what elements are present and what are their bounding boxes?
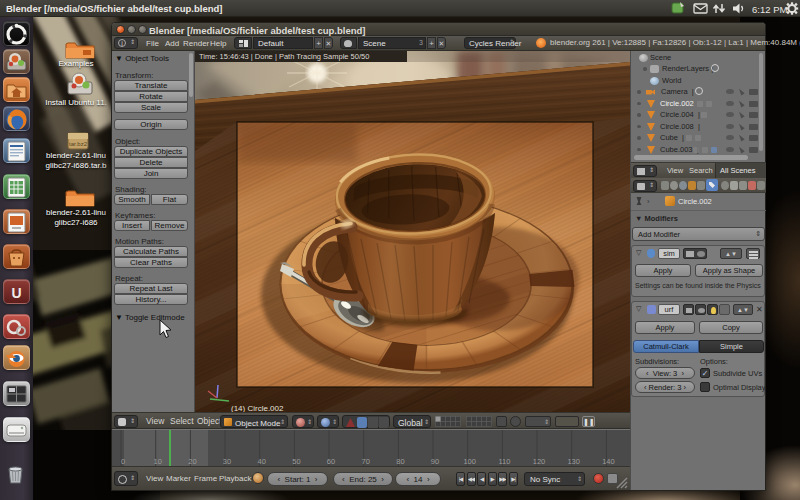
svg-text:30: 30 — [223, 457, 231, 466]
svg-text:40: 40 — [258, 457, 266, 466]
svg-text:140: 140 — [602, 457, 615, 466]
svg-text:10: 10 — [154, 457, 162, 466]
svg-text:(14) Circle.002: (14) Circle.002 — [231, 404, 284, 412]
svg-text:tar.bz2: tar.bz2 — [69, 141, 88, 147]
svg-text:50: 50 — [292, 457, 300, 466]
svg-text:90: 90 — [431, 457, 439, 466]
svg-text:60: 60 — [327, 457, 335, 466]
svg-text:80: 80 — [396, 457, 404, 466]
svg-text:70: 70 — [362, 457, 370, 466]
svg-text:0: 0 — [121, 457, 125, 466]
svg-text:130: 130 — [567, 457, 580, 466]
svg-text:100: 100 — [463, 457, 476, 466]
svg-text:Time: 15:46:43 | Done | Path T: Time: 15:46:43 | Done | Path Tracing Sam… — [199, 52, 369, 61]
svg-text:U: U — [11, 285, 21, 301]
svg-text:110: 110 — [498, 457, 510, 466]
svg-text:20: 20 — [188, 457, 196, 466]
svg-text:120: 120 — [533, 457, 546, 466]
